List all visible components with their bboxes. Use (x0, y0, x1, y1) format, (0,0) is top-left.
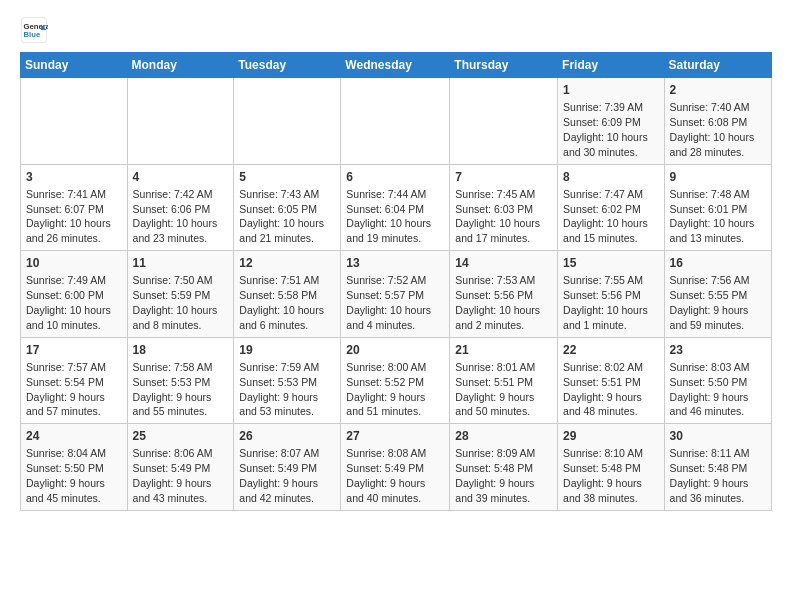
day-info: Sunrise: 8:08 AM Sunset: 5:49 PM Dayligh… (346, 447, 426, 504)
day-cell: 19Sunrise: 7:59 AM Sunset: 5:53 PM Dayli… (234, 337, 341, 424)
day-cell: 25Sunrise: 8:06 AM Sunset: 5:49 PM Dayli… (127, 424, 234, 511)
day-cell: 17Sunrise: 7:57 AM Sunset: 5:54 PM Dayli… (21, 337, 128, 424)
header-day-friday: Friday (558, 53, 665, 78)
header-day-sunday: Sunday (21, 53, 128, 78)
day-number: 20 (346, 342, 444, 358)
day-number: 18 (133, 342, 229, 358)
day-info: Sunrise: 7:45 AM Sunset: 6:03 PM Dayligh… (455, 188, 540, 245)
week-row-1: 1Sunrise: 7:39 AM Sunset: 6:09 PM Daylig… (21, 78, 772, 165)
day-number: 13 (346, 255, 444, 271)
day-cell: 22Sunrise: 8:02 AM Sunset: 5:51 PM Dayli… (558, 337, 665, 424)
day-number: 2 (670, 82, 766, 98)
day-info: Sunrise: 8:04 AM Sunset: 5:50 PM Dayligh… (26, 447, 106, 504)
day-number: 9 (670, 169, 766, 185)
day-cell: 13Sunrise: 7:52 AM Sunset: 5:57 PM Dayli… (341, 251, 450, 338)
day-info: Sunrise: 8:02 AM Sunset: 5:51 PM Dayligh… (563, 361, 643, 418)
day-info: Sunrise: 7:39 AM Sunset: 6:09 PM Dayligh… (563, 101, 648, 158)
day-info: Sunrise: 8:07 AM Sunset: 5:49 PM Dayligh… (239, 447, 319, 504)
day-cell (341, 78, 450, 165)
header-day-wednesday: Wednesday (341, 53, 450, 78)
calendar-table: SundayMondayTuesdayWednesdayThursdayFrid… (20, 52, 772, 511)
week-row-2: 3Sunrise: 7:41 AM Sunset: 6:07 PM Daylig… (21, 164, 772, 251)
day-number: 23 (670, 342, 766, 358)
day-number: 30 (670, 428, 766, 444)
day-cell: 14Sunrise: 7:53 AM Sunset: 5:56 PM Dayli… (450, 251, 558, 338)
day-number: 14 (455, 255, 552, 271)
day-number: 28 (455, 428, 552, 444)
day-number: 29 (563, 428, 659, 444)
day-cell: 28Sunrise: 8:09 AM Sunset: 5:48 PM Dayli… (450, 424, 558, 511)
day-info: Sunrise: 8:01 AM Sunset: 5:51 PM Dayligh… (455, 361, 535, 418)
day-number: 27 (346, 428, 444, 444)
day-cell: 18Sunrise: 7:58 AM Sunset: 5:53 PM Dayli… (127, 337, 234, 424)
day-cell (234, 78, 341, 165)
day-info: Sunrise: 7:41 AM Sunset: 6:07 PM Dayligh… (26, 188, 111, 245)
day-cell: 2Sunrise: 7:40 AM Sunset: 6:08 PM Daylig… (664, 78, 771, 165)
day-info: Sunrise: 7:56 AM Sunset: 5:55 PM Dayligh… (670, 274, 750, 331)
day-info: Sunrise: 8:00 AM Sunset: 5:52 PM Dayligh… (346, 361, 426, 418)
day-info: Sunrise: 7:49 AM Sunset: 6:00 PM Dayligh… (26, 274, 111, 331)
header-row: SundayMondayTuesdayWednesdayThursdayFrid… (21, 53, 772, 78)
day-cell: 30Sunrise: 8:11 AM Sunset: 5:48 PM Dayli… (664, 424, 771, 511)
day-number: 11 (133, 255, 229, 271)
day-number: 8 (563, 169, 659, 185)
logo: General Blue (20, 16, 48, 44)
day-cell: 12Sunrise: 7:51 AM Sunset: 5:58 PM Dayli… (234, 251, 341, 338)
day-number: 16 (670, 255, 766, 271)
day-number: 22 (563, 342, 659, 358)
day-cell: 29Sunrise: 8:10 AM Sunset: 5:48 PM Dayli… (558, 424, 665, 511)
day-info: Sunrise: 7:52 AM Sunset: 5:57 PM Dayligh… (346, 274, 431, 331)
day-info: Sunrise: 7:43 AM Sunset: 6:05 PM Dayligh… (239, 188, 324, 245)
day-info: Sunrise: 7:53 AM Sunset: 5:56 PM Dayligh… (455, 274, 540, 331)
day-number: 10 (26, 255, 122, 271)
day-cell: 4Sunrise: 7:42 AM Sunset: 6:06 PM Daylig… (127, 164, 234, 251)
header-day-saturday: Saturday (664, 53, 771, 78)
day-number: 15 (563, 255, 659, 271)
day-cell: 10Sunrise: 7:49 AM Sunset: 6:00 PM Dayli… (21, 251, 128, 338)
day-cell: 1Sunrise: 7:39 AM Sunset: 6:09 PM Daylig… (558, 78, 665, 165)
day-info: Sunrise: 7:50 AM Sunset: 5:59 PM Dayligh… (133, 274, 218, 331)
day-info: Sunrise: 8:10 AM Sunset: 5:48 PM Dayligh… (563, 447, 643, 504)
day-cell (450, 78, 558, 165)
day-info: Sunrise: 7:57 AM Sunset: 5:54 PM Dayligh… (26, 361, 106, 418)
day-number: 25 (133, 428, 229, 444)
week-row-3: 10Sunrise: 7:49 AM Sunset: 6:00 PM Dayli… (21, 251, 772, 338)
day-number: 4 (133, 169, 229, 185)
day-number: 7 (455, 169, 552, 185)
day-info: Sunrise: 7:58 AM Sunset: 5:53 PM Dayligh… (133, 361, 213, 418)
day-cell: 7Sunrise: 7:45 AM Sunset: 6:03 PM Daylig… (450, 164, 558, 251)
day-info: Sunrise: 7:47 AM Sunset: 6:02 PM Dayligh… (563, 188, 648, 245)
day-info: Sunrise: 8:11 AM Sunset: 5:48 PM Dayligh… (670, 447, 750, 504)
day-cell: 16Sunrise: 7:56 AM Sunset: 5:55 PM Dayli… (664, 251, 771, 338)
week-row-5: 24Sunrise: 8:04 AM Sunset: 5:50 PM Dayli… (21, 424, 772, 511)
header-day-thursday: Thursday (450, 53, 558, 78)
day-info: Sunrise: 7:42 AM Sunset: 6:06 PM Dayligh… (133, 188, 218, 245)
header-day-monday: Monday (127, 53, 234, 78)
day-info: Sunrise: 7:55 AM Sunset: 5:56 PM Dayligh… (563, 274, 648, 331)
day-cell: 3Sunrise: 7:41 AM Sunset: 6:07 PM Daylig… (21, 164, 128, 251)
day-info: Sunrise: 8:03 AM Sunset: 5:50 PM Dayligh… (670, 361, 750, 418)
day-number: 5 (239, 169, 335, 185)
day-number: 1 (563, 82, 659, 98)
day-info: Sunrise: 8:06 AM Sunset: 5:49 PM Dayligh… (133, 447, 213, 504)
day-cell: 11Sunrise: 7:50 AM Sunset: 5:59 PM Dayli… (127, 251, 234, 338)
day-info: Sunrise: 7:51 AM Sunset: 5:58 PM Dayligh… (239, 274, 324, 331)
day-number: 3 (26, 169, 122, 185)
header-day-tuesday: Tuesday (234, 53, 341, 78)
day-cell: 24Sunrise: 8:04 AM Sunset: 5:50 PM Dayli… (21, 424, 128, 511)
day-number: 26 (239, 428, 335, 444)
day-cell: 21Sunrise: 8:01 AM Sunset: 5:51 PM Dayli… (450, 337, 558, 424)
day-cell (127, 78, 234, 165)
day-info: Sunrise: 7:48 AM Sunset: 6:01 PM Dayligh… (670, 188, 755, 245)
day-cell: 20Sunrise: 8:00 AM Sunset: 5:52 PM Dayli… (341, 337, 450, 424)
day-info: Sunrise: 7:40 AM Sunset: 6:08 PM Dayligh… (670, 101, 755, 158)
page-header: General Blue (20, 16, 772, 44)
day-number: 21 (455, 342, 552, 358)
week-row-4: 17Sunrise: 7:57 AM Sunset: 5:54 PM Dayli… (21, 337, 772, 424)
day-number: 19 (239, 342, 335, 358)
day-number: 24 (26, 428, 122, 444)
day-number: 6 (346, 169, 444, 185)
day-cell: 5Sunrise: 7:43 AM Sunset: 6:05 PM Daylig… (234, 164, 341, 251)
day-info: Sunrise: 8:09 AM Sunset: 5:48 PM Dayligh… (455, 447, 535, 504)
day-cell: 8Sunrise: 7:47 AM Sunset: 6:02 PM Daylig… (558, 164, 665, 251)
